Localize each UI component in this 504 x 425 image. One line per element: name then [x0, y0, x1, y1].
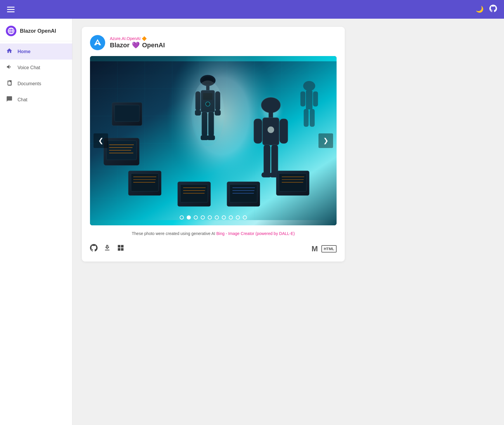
- svg-rect-60: [306, 90, 313, 109]
- svg-point-47: [191, 81, 224, 146]
- theme-toggle-icon[interactable]: 🌙: [476, 6, 484, 13]
- sidebar-item-chat-label: Chat: [18, 97, 27, 102]
- footer-m-icon[interactable]: M: [311, 244, 318, 253]
- carousel-dot-1[interactable]: [187, 215, 191, 220]
- sidebar-item-voice-chat[interactable]: Voice Chat: [0, 60, 72, 76]
- footer-github-icon[interactable]: [90, 244, 98, 253]
- footer-html-badge[interactable]: HTML: [321, 245, 337, 252]
- github-header-icon[interactable]: [489, 5, 497, 14]
- top-header: 🌙: [0, 0, 504, 19]
- carousel-dot-5[interactable]: [215, 215, 219, 220]
- main-content: Azure.AI.OpenAI 🔶 Blazor 💜 OpenAI: [72, 19, 504, 425]
- card-title-blazor: Blazor: [110, 41, 129, 49]
- carousel-dot-2[interactable]: [194, 215, 198, 220]
- card-title: Blazor 💜 OpenAI: [110, 41, 165, 49]
- svg-rect-64: [310, 109, 315, 127]
- card-caption: These photo were created using generativ…: [90, 231, 337, 236]
- sidebar-item-voice-chat-label: Voice Chat: [18, 65, 40, 70]
- card-header: Azure.AI.OpenAI 🔶 Blazor 💜 OpenAI: [90, 35, 337, 50]
- robot-scene-svg: [90, 56, 337, 225]
- footer-download-icon[interactable]: [103, 244, 111, 253]
- carousel: ❮ ❯: [90, 56, 337, 225]
- main-layout: Blazor OpenAI Home Voice Chat: [0, 19, 504, 425]
- carousel-next-button[interactable]: ❯: [318, 133, 333, 148]
- svg-rect-50: [269, 112, 273, 118]
- azure-avatar: [90, 35, 105, 50]
- carousel-dot-3[interactable]: [201, 215, 205, 220]
- footer-grid-icon[interactable]: [117, 244, 124, 253]
- svg-rect-54: [264, 144, 271, 175]
- azure-logo-icon: [93, 38, 102, 47]
- footer-left: [90, 244, 124, 253]
- svg-rect-52: [254, 119, 262, 143]
- svg-rect-62: [313, 91, 318, 107]
- voice-chat-icon: [6, 64, 13, 72]
- sidebar: Blazor OpenAI Home Voice Chat: [0, 19, 72, 425]
- carousel-dot-8[interactable]: [236, 215, 240, 220]
- sidebar-item-chat[interactable]: Chat: [0, 92, 72, 108]
- home-card: Azure.AI.OpenAI 🔶 Blazor 💜 OpenAI: [82, 27, 345, 262]
- sidebar-item-home[interactable]: Home: [0, 43, 72, 60]
- sidebar-item-documents[interactable]: Documents: [0, 76, 72, 92]
- sidebar-item-home-label: Home: [18, 49, 30, 54]
- caption-link[interactable]: Bing - Image Creator (powered by DALL-E): [217, 231, 295, 236]
- svg-rect-63: [304, 109, 309, 127]
- card-subtitle: Azure.AI.OpenAI 🔶: [110, 36, 165, 41]
- carousel-prev-button[interactable]: ❮: [93, 133, 108, 148]
- documents-icon: [6, 80, 13, 88]
- header-left: [7, 7, 15, 12]
- footer-right: M HTML: [311, 244, 337, 253]
- card-subtitle-text: Azure.AI.OpenAI 🔶: [110, 36, 147, 41]
- carousel-dot-6[interactable]: [222, 215, 226, 220]
- svg-point-59: [303, 81, 315, 91]
- svg-rect-27: [115, 105, 139, 121]
- card-title-openai: OpenAI: [142, 41, 165, 49]
- carousel-dot-7[interactable]: [229, 215, 233, 220]
- carousel-dots: [180, 215, 247, 220]
- caption-prefix-text: These photo were created using generativ…: [132, 231, 217, 236]
- sidebar-item-documents-label: Documents: [18, 81, 41, 86]
- svg-rect-55: [271, 144, 278, 175]
- hamburger-menu[interactable]: [7, 7, 15, 12]
- app-title-text: Blazor OpenAI: [20, 28, 56, 34]
- svg-rect-53: [280, 119, 288, 143]
- carousel-image: [90, 56, 337, 225]
- carousel-dot-9[interactable]: [243, 215, 247, 220]
- svg-point-58: [268, 126, 274, 133]
- card-footer: M HTML: [90, 242, 337, 253]
- home-icon: [6, 48, 13, 55]
- svg-point-49: [261, 97, 280, 113]
- card-title-heart: 💜: [132, 41, 140, 49]
- blazor-logo-icon: [6, 26, 16, 36]
- carousel-dot-4[interactable]: [208, 215, 212, 220]
- svg-rect-61: [300, 91, 305, 107]
- chat-icon: [6, 96, 13, 104]
- card-title-block: Azure.AI.OpenAI 🔶 Blazor 💜 OpenAI: [110, 36, 165, 49]
- header-right: 🌙: [476, 5, 497, 14]
- app-title-block: Blazor OpenAI: [0, 21, 72, 41]
- carousel-dot-0[interactable]: [180, 215, 184, 220]
